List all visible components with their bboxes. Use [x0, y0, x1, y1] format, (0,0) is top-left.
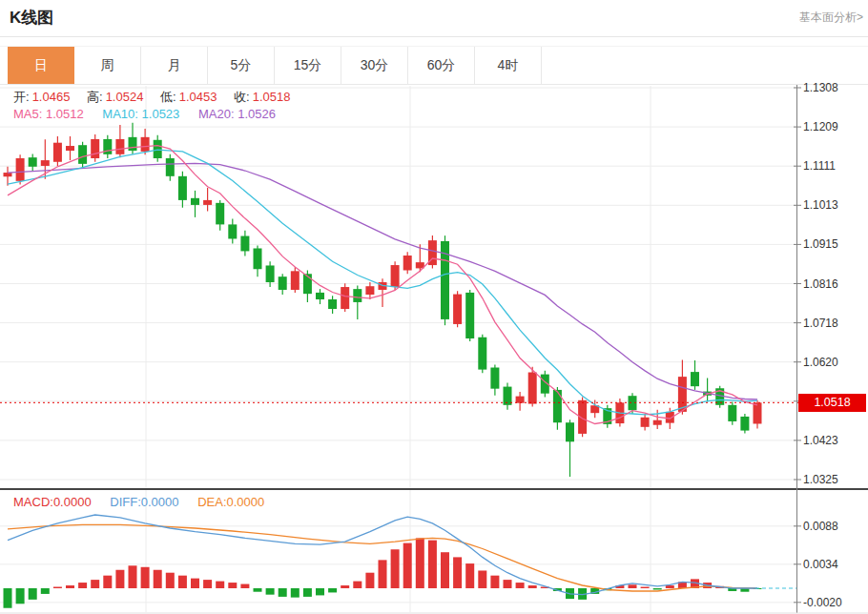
page-header: K线图 基本面分析>	[0, 0, 868, 37]
svg-text:1.0325: 1.0325	[803, 473, 838, 486]
svg-text:1.1111: 1.1111	[803, 159, 836, 173]
interval-tab-bar: 日 周 月 5分 15分 30分 60分 4时	[0, 46, 868, 85]
tab-30min[interactable]: 30分	[341, 47, 408, 84]
svg-text:1.0718: 1.0718	[803, 317, 838, 330]
svg-text:1.0620: 1.0620	[803, 356, 838, 369]
tab-week[interactable]: 周	[74, 47, 141, 84]
tab-4hour[interactable]: 4时	[475, 47, 542, 84]
main-chart-area[interactable]	[0, 85, 796, 489]
svg-text:1.0915: 1.0915	[803, 237, 838, 251]
svg-text:0.0088: 0.0088	[803, 520, 838, 533]
last-price-badge: 1.0518	[798, 394, 866, 412]
tab-15min[interactable]: 15分	[275, 47, 341, 84]
svg-text:1.0423: 1.0423	[803, 434, 838, 447]
tab-60min[interactable]: 60分	[408, 47, 475, 84]
svg-text:1.1209: 1.1209	[803, 120, 838, 133]
macd-chart-area[interactable]	[0, 490, 796, 613]
svg-text:0.0034: 0.0034	[803, 558, 838, 571]
tab-month[interactable]: 月	[141, 47, 208, 84]
tab-5min[interactable]: 5分	[208, 47, 275, 84]
svg-text:1.0816: 1.0816	[803, 277, 838, 291]
tab-day[interactable]: 日	[8, 47, 74, 84]
fundamental-analysis-link[interactable]: 基本面分析>	[799, 10, 863, 26]
svg-text:-0.0020: -0.0020	[803, 596, 842, 609]
page-title: K线图	[10, 7, 53, 29]
axis-labels: 1.13081.12091.11111.10131.09151.08161.07…	[794, 81, 842, 609]
svg-text:1.1013: 1.1013	[803, 198, 838, 212]
